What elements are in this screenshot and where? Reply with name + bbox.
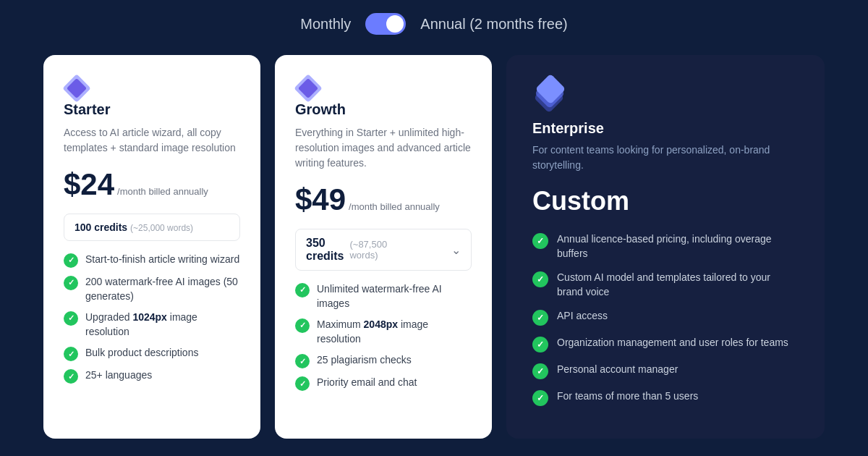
billing-toggle: Monthly Annual (2 months free): [300, 0, 567, 55]
enterprise-price: Custom: [532, 186, 799, 216]
starter-feature-text-4: Bulk product descriptions: [85, 346, 198, 360]
starter-feature-5: 25+ languages: [64, 368, 240, 384]
enterprise-feature-text-4: Organization management and user roles f…: [557, 336, 788, 350]
cards-container: Starter Access to AI article wizard, all…: [43, 55, 825, 439]
growth-credits-text: 350credits (~87,500words): [306, 237, 387, 263]
enterprise-description: For content teams looking for personaliz…: [532, 143, 799, 173]
starter-price-period: /month billed annually: [117, 186, 208, 197]
starter-features-list: Start-to-finish article writing wizard 2…: [64, 253, 240, 384]
starter-card: Starter Access to AI article wizard, all…: [43, 55, 260, 439]
growth-feature-3: 25 plagiarism checks: [295, 353, 472, 368]
starter-credits-sub: (~25,000 words): [130, 223, 193, 233]
growth-description: Everything in Starter + unlimited high-r…: [295, 125, 472, 171]
growth-credits-dropdown[interactable]: 350credits (~87,500words) ⌄: [295, 229, 472, 271]
starter-feature-1: Start-to-finish article writing wizard: [64, 253, 240, 268]
starter-price-amount: $24: [64, 167, 114, 202]
enterprise-feature-text-5: Personal account manager: [557, 363, 678, 377]
check-icon: [64, 347, 78, 361]
growth-credits-words: (~87,500words): [349, 239, 387, 261]
check-icon: [295, 283, 310, 297]
e-check-icon: [532, 390, 548, 406]
enterprise-feature-text-2: Custom AI model and templates tailored t…: [557, 271, 799, 299]
starter-name: Starter: [64, 101, 240, 118]
growth-icon: [295, 75, 321, 101]
e-check-icon: [532, 233, 548, 249]
starter-feature-4: Bulk product descriptions: [64, 346, 240, 361]
e-check-icon: [532, 310, 548, 326]
growth-credits-num: 350credits: [306, 237, 344, 263]
growth-price-period: /month billed annually: [349, 201, 440, 212]
growth-feature-4: Priority email and chat: [295, 376, 472, 391]
growth-feature-text-2: Maximum 2048px image resolution: [317, 318, 472, 346]
growth-feature-text-1: Unlimited watermark-free AI images: [317, 282, 472, 311]
toggle-knob: [386, 15, 404, 33]
growth-feature-2: Maximum 2048px image resolution: [295, 318, 472, 346]
e-check-icon: [532, 337, 548, 352]
enterprise-feature-text-1: Annual licence-based pricing, including …: [557, 232, 799, 261]
monthly-label: Monthly: [300, 16, 351, 33]
starter-feature-text-5: 25+ languages: [85, 368, 152, 383]
starter-icon: [64, 75, 90, 101]
growth-price: $49 /month billed annually: [295, 182, 472, 217]
enterprise-feature-text-3: API access: [557, 309, 608, 324]
e-check-icon: [532, 271, 548, 287]
starter-feature-2: 200 watermark-free AI images (50 generat…: [64, 275, 240, 303]
growth-card: Growth Everything in Starter + unlimited…: [275, 55, 492, 439]
check-icon: [295, 318, 310, 333]
starter-description: Access to AI article wizard, all copy te…: [64, 125, 240, 156]
starter-price: $24 /month billed annually: [64, 167, 240, 202]
check-icon: [64, 369, 78, 384]
page-wrapper: Monthly Annual (2 months free) Starter A…: [0, 0, 868, 456]
enterprise-feature-5: Personal account manager: [532, 363, 799, 379]
starter-feature-text-2: 200 watermark-free AI images (50 generat…: [85, 275, 240, 303]
enterprise-feature-3: API access: [532, 309, 799, 326]
starter-credits-box: 100 credits (~25,000 words): [64, 214, 240, 241]
enterprise-name: Enterprise: [532, 120, 799, 137]
growth-name: Growth: [295, 101, 472, 118]
growth-feature-1: Unlimited watermark-free AI images: [295, 282, 472, 311]
enterprise-feature-1: Annual licence-based pricing, including …: [532, 232, 799, 261]
chevron-down-icon: ⌄: [451, 243, 461, 257]
enterprise-card: Enterprise For content teams looking for…: [506, 55, 825, 439]
annual-label: Annual (2 months free): [420, 16, 567, 33]
enterprise-icon: [532, 75, 567, 110]
check-icon: [64, 253, 78, 268]
e-check-icon: [532, 363, 548, 379]
check-icon: [64, 311, 78, 326]
growth-features-list: Unlimited watermark-free AI images Maxim…: [295, 282, 472, 391]
starter-feature-text-3: Upgraded 1024px image resolution: [85, 311, 240, 339]
check-icon: [295, 354, 310, 368]
starter-credits-main: 100 credits: [75, 221, 127, 233]
check-icon: [64, 276, 78, 290]
enterprise-feature-6: For teams of more than 5 users: [532, 389, 799, 406]
enterprise-feature-text-6: For teams of more than 5 users: [557, 389, 698, 404]
enterprise-features-list: Annual licence-based pricing, including …: [532, 232, 799, 406]
growth-feature-text-4: Priority email and chat: [317, 376, 417, 390]
check-icon: [295, 376, 310, 391]
growth-price-amount: $49: [295, 182, 346, 217]
enterprise-feature-4: Organization management and user roles f…: [532, 336, 799, 352]
billing-toggle-switch[interactable]: [365, 13, 406, 35]
starter-feature-3: Upgraded 1024px image resolution: [64, 311, 240, 339]
growth-feature-text-3: 25 plagiarism checks: [317, 353, 412, 368]
enterprise-feature-2: Custom AI model and templates tailored t…: [532, 271, 799, 299]
starter-feature-text-1: Start-to-finish article writing wizard: [85, 253, 239, 267]
